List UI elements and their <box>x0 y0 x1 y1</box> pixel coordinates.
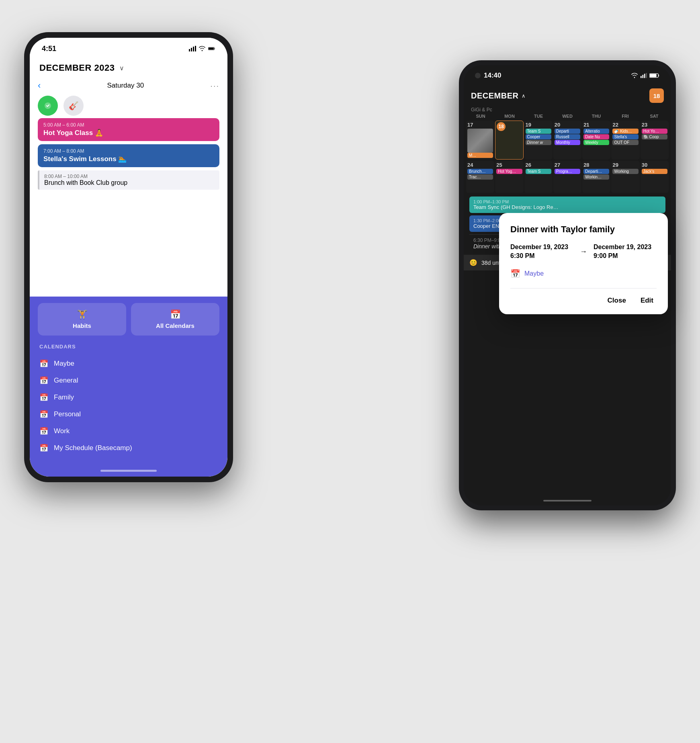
p2-chip-19-1: Team S <box>526 129 551 134</box>
p2-wd-thu: THU <box>582 113 611 120</box>
calendar-maybe-label: Maybe <box>54 360 74 368</box>
p2-detail-team-sync-time: 1:00 PM–1:30 PM <box>473 199 661 204</box>
p1-day-label: Saturday 30 <box>107 82 144 90</box>
p1-nav-row: ‹ Saturday 30 ··· <box>38 78 219 92</box>
calendar-work[interactable]: 📅 Work <box>38 423 219 440</box>
p1-event-yoga[interactable]: 5:00 AM – 6:00 AM Hot Yoga Class 🧘 <box>38 118 219 141</box>
modal-start-block: December 19, 2023 6:30 PM <box>510 243 573 261</box>
p2-statusbar: 14:40 <box>464 65 671 86</box>
modal-end-block: December 19, 2023 9:00 PM <box>594 243 657 261</box>
p2-day-24[interactable]: 24 Brunch… Trac… <box>466 161 494 193</box>
p2-day-17[interactable]: 17 M… <box>466 121 494 160</box>
p2-wd-sun: SUN <box>466 113 495 120</box>
modal-edit-button[interactable]: Edit <box>637 295 657 306</box>
p2-chip-20-2: Russell <box>555 134 580 139</box>
modal-calendar-icon: 📅 <box>510 269 520 278</box>
p1-event-yoga-title: Hot Yoga Class 🧘 <box>43 129 214 137</box>
p1-back-button[interactable]: ‹ <box>38 80 41 91</box>
p2-daynum-23: 23 <box>642 122 667 128</box>
p2-month: DECEMBER <box>471 91 518 100</box>
calendar-icon: 📅 <box>170 309 181 320</box>
p2-detail-team-sync-title: Team Sync (GH Designs: Logo Re… <box>473 204 661 210</box>
p2-day-21[interactable]: 21 Alteratio Date Nu Weekly <box>582 121 610 160</box>
p2-chip-21-2: Date Nu <box>583 134 609 139</box>
p2-daynum-29: 29 <box>612 162 638 168</box>
p1-event-brunch-time: 8:00 AM – 10:00 AM <box>44 174 215 179</box>
p2-day-27[interactable]: 27 Progra… <box>553 161 581 193</box>
p2-day-25[interactable]: 25 Hot Yog… <box>495 161 523 193</box>
habits-icon: 🏋️ <box>77 309 88 320</box>
p2-detail-team-sync[interactable]: 1:00 PM–1:30 PM Team Sync (GH Designs: L… <box>469 196 665 213</box>
p2-daynum-24: 24 <box>467 162 493 168</box>
p1-green-icon[interactable] <box>38 96 58 116</box>
p2-day-30[interactable]: 30 Jack's <box>641 161 669 193</box>
habits-button[interactable]: 🏋️ Habits <box>38 303 126 336</box>
cal-icon-myschedule: 📅 <box>39 444 48 452</box>
p1-month-title: DECEMBER 2023 <box>39 63 115 73</box>
p1-event-yoga-time: 5:00 AM – 6:00 AM <box>43 122 214 128</box>
p1-status-icons <box>189 46 215 51</box>
svg-rect-9 <box>644 74 645 78</box>
p1-home-indicator <box>100 470 157 472</box>
calendar-personal-label: Personal <box>54 410 81 418</box>
p1-guitar-icon[interactable]: 🎸 <box>63 96 84 116</box>
p1-time: 4:51 <box>42 45 56 53</box>
calendar-personal[interactable]: 📅 Personal <box>38 406 219 423</box>
p2-daynum-18: 18 <box>497 122 506 131</box>
p2-smiley-icon: 😊 <box>469 259 477 266</box>
modal-close-button[interactable]: Close <box>604 295 629 306</box>
svg-rect-7 <box>641 76 642 78</box>
p2-chip-19-2: Cooper <box>526 134 551 139</box>
calendar-family[interactable]: 📅 Family <box>38 389 219 406</box>
p1-event-swim[interactable]: 7:00 AM – 8:00 AM Stella's Swim Lessons … <box>38 144 219 167</box>
p2-signal-icon <box>641 73 647 78</box>
phone1: 4:51 <box>24 32 233 482</box>
modal-dates: December 19, 2023 6:30 PM → December 19,… <box>510 243 657 261</box>
calendar-myschedule[interactable]: 📅 My Schedule (Basecamp) <box>38 440 219 456</box>
calendars-section-title: CALENDARS <box>38 344 219 350</box>
p2-chip-22-3: OUT OF <box>612 140 638 145</box>
p2-day-26[interactable]: 26 Team S <box>524 161 553 193</box>
p2-chip-30-1: Jack's <box>642 169 667 174</box>
modal-calendar-row: 📅 Maybe <box>510 269 657 278</box>
calendar-general-label: General <box>54 377 78 385</box>
p2-camera <box>475 73 481 78</box>
svg-rect-3 <box>195 46 196 51</box>
all-calendars-label: All Calendars <box>156 322 194 329</box>
p2-wd-tue: TUE <box>524 113 553 120</box>
p2-chip-25-1: Hot Yog… <box>496 169 522 174</box>
svg-rect-1 <box>191 48 192 51</box>
p2-day-20[interactable]: 20 Departi Russell Monthly <box>553 121 581 160</box>
p2-chip-17-1: M… <box>467 153 493 158</box>
cal-icon-work: 📅 <box>39 427 48 436</box>
p2-chip-23-2: 🐘 Coop <box>642 134 667 139</box>
p1-chevron-icon[interactable]: ∨ <box>119 64 124 72</box>
p2-chip-22-2: Stella's <box>612 134 638 139</box>
p1-bottom-panel: 🏋️ Habits 📅 All Calendars CALENDARS 📅 Ma… <box>30 297 227 477</box>
p2-day-23[interactable]: 23 Hot Yo… 🐘 Coop <box>641 121 669 160</box>
p2-photo-17 <box>467 129 493 153</box>
battery-icon <box>208 46 215 51</box>
p2-daynum-21: 21 <box>583 122 609 128</box>
wifi-icon <box>199 46 206 51</box>
p2-day-29[interactable]: 29 Working <box>611 161 639 193</box>
p1-icons-row: 🎸 <box>38 92 219 118</box>
p2-wd-sat: SAT <box>640 113 669 120</box>
p2-day-19[interactable]: 19 Team S Cooper Dinner w <box>524 121 553 160</box>
p2-calendar: SUN MON TUE WED THU FRI SAT 17 M… <box>464 113 671 193</box>
p1-header: DECEMBER 2023 ∨ <box>30 59 227 78</box>
p2-day-18[interactable]: 18 <box>495 121 523 160</box>
all-calendars-button[interactable]: 📅 All Calendars <box>131 303 219 336</box>
p2-home-indicator <box>543 500 592 501</box>
calendar-general[interactable]: 📅 General <box>38 372 219 389</box>
modal-end-date: December 19, 2023 9:00 PM <box>594 243 657 261</box>
p2-day-28[interactable]: 28 Departi… Workin… <box>582 161 610 193</box>
p1-more-button[interactable]: ··· <box>210 81 219 90</box>
p2-day-22[interactable]: 22 🍼 Kids… Stella's OUT OF <box>611 121 639 160</box>
p2-chevron-icon[interactable]: ∧ <box>522 93 526 99</box>
p1-event-brunch[interactable]: 8:00 AM – 10:00 AM Brunch with Book Club… <box>38 170 219 190</box>
p1-event-brunch-title: Brunch with Book Club group <box>44 179 215 186</box>
calendar-myschedule-label: My Schedule (Basecamp) <box>54 444 132 452</box>
calendar-maybe[interactable]: 📅 Maybe <box>38 355 219 372</box>
p2-header: DECEMBER ∧ 18 <box>464 86 671 106</box>
